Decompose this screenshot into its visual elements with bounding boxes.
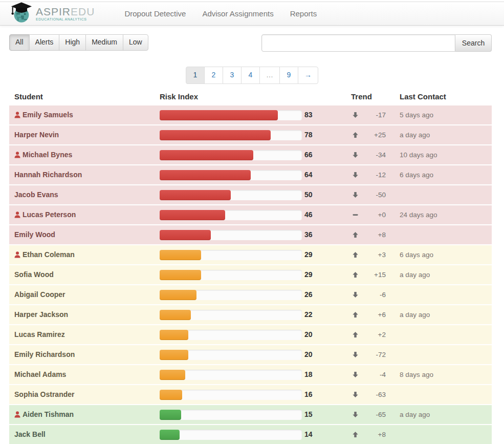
page-1[interactable]: 1 [186,67,205,84]
brand-tagline: EDUCATIONAL ANALYTICS [36,17,95,21]
flagged-student-icon [14,251,20,258]
table-row[interactable]: Sophia Ostrander 16 -63 [9,384,492,404]
nav-item-reports[interactable]: Reports [282,2,325,25]
student-cell: Emily Samuels [14,105,73,124]
last-contact: 24 days ago [400,205,437,224]
student-name[interactable]: Lucas Ramirez [14,330,65,339]
flagged-student-icon [14,411,20,418]
column-header-trend: Trend [351,92,372,101]
table-row[interactable]: Emily Samuels 83 -17 5 days ago [9,105,492,124]
table-row[interactable]: Lucas Peterson 46 +0 24 days ago [9,204,492,224]
risk-value: 66 [304,145,321,164]
risk-value: 29 [304,245,321,264]
filter-button-all[interactable]: All [9,34,30,51]
table-row[interactable]: Abigail Cooper 26 -6 [9,284,492,304]
student-name[interactable]: Harper Jackson [14,310,68,319]
risk-value: 64 [304,165,321,184]
page-next-arrow[interactable]: → [298,67,318,84]
student-cell: Jacob Evans [14,185,58,204]
risk-bar-track [160,190,302,200]
student-name[interactable]: Abigail Cooper [14,290,65,299]
student-name[interactable]: Ethan Coleman [23,250,75,259]
filter-button-low[interactable]: Low [123,34,148,51]
page-9[interactable]: 9 [279,67,298,84]
table-row[interactable]: Ethan Coleman 29 +3 6 days ago [9,244,492,264]
student-name[interactable]: Sofia Wood [14,270,54,279]
student-cell: Abigail Cooper [14,285,65,304]
nav-item-advisor-assignments[interactable]: Advisor Assignments [194,2,281,25]
filter-button-high[interactable]: High [59,34,86,51]
students-table: Student Risk Index Trend Last Contact Em… [0,90,504,444]
last-contact: 10 days ago [400,145,437,164]
trend-down-icon [352,371,359,378]
student-name[interactable]: Lucas Peterson [23,210,76,219]
brand-logo-link[interactable]: ASPIREDU EDUCATIONAL ANALYTICS [9,3,95,25]
student-name[interactable]: Michael Adams [14,370,66,378]
filter-button-alerts[interactable]: Alerts [29,34,60,51]
risk-bar-fill [160,410,181,420]
risk-value: 26 [304,285,321,304]
table-row[interactable]: Michael Adams 18 -4 8 days ago [9,364,492,384]
trend-cell [351,245,359,264]
table-row[interactable]: Harper Jackson 22 +6 a day ago [9,304,492,324]
risk-bar-track [160,290,302,300]
table-row[interactable]: Hannah Richardson 64 -12 6 days ago [9,164,492,184]
brand-name-secondary: EDU [71,6,95,17]
student-name[interactable]: Jack Bell [14,430,46,438]
student-name[interactable]: Harper Nevin [14,131,59,139]
brand-text: ASPIREDU EDUCATIONAL ANALYTICS [36,6,95,21]
risk-bar-fill [160,330,188,340]
trend-value: -72 [362,345,386,364]
table-row[interactable]: Jacob Evans 50 -50 [9,184,492,204]
table-row[interactable]: Lucas Ramirez 20 +2 [9,324,492,344]
table-row[interactable]: Emily Wood 36 +8 [9,224,492,244]
risk-bar-track [160,370,302,380]
student-name[interactable]: Emily Samuels [23,111,73,119]
last-contact: 5 days ago [400,105,433,124]
page-3[interactable]: 3 [223,67,242,84]
student-cell: Sofia Wood [14,265,54,284]
student-cell: Michael Adams [14,365,66,384]
student-name[interactable]: Aiden Tishman [23,410,74,418]
search-input[interactable] [261,34,455,52]
student-name[interactable]: Emily Richardson [14,350,75,358]
student-name[interactable]: Emily Wood [14,230,55,239]
risk-value: 16 [304,385,321,404]
trend-value: +8 [362,225,386,244]
trend-flat-icon [352,212,359,218]
student-name[interactable]: Michael Bynes [23,151,72,159]
last-contact: 6 days ago [400,165,433,184]
trend-value: +15 [362,265,386,284]
search-button[interactable]: Search [455,34,492,52]
trend-value: -17 [362,105,386,124]
trend-value: -63 [362,385,386,404]
risk-bar-track [160,150,302,160]
table-row[interactable]: Emily Richardson 20 -72 [9,344,492,364]
risk-bar-fill [160,110,278,120]
student-name[interactable]: Sophia Ostrander [14,390,74,398]
table-row[interactable]: Sofia Wood 29 +15 a day ago [9,264,492,284]
trend-value: -4 [362,365,386,384]
student-name[interactable]: Jacob Evans [14,191,58,199]
trend-cell [351,105,359,124]
table-row[interactable]: Harper Nevin 78 +25 a day ago [9,124,492,144]
risk-bar-track [160,310,302,320]
page-4[interactable]: 4 [241,67,260,84]
risk-value: 20 [304,325,321,344]
page-2[interactable]: 2 [204,67,223,84]
table-row[interactable]: Michael Bynes 66 -34 10 days ago [9,144,492,164]
nav-item-dropout-detective[interactable]: Dropout Detective [116,2,194,25]
table-row[interactable]: Jack Bell 14 +8 [9,424,492,444]
last-contact: a day ago [400,305,430,324]
student-cell: Jack Bell [14,425,46,444]
top-navbar: ASPIREDU EDUCATIONAL ANALYTICS Dropout D… [0,2,504,26]
page-ellipsis: … [259,67,280,84]
risk-value: 83 [304,105,321,124]
student-name[interactable]: Hannah Richardson [14,171,82,179]
filter-button-medium[interactable]: Medium [85,34,123,51]
table-row[interactable]: Aiden Tishman 15 -65 a day ago [9,404,492,424]
risk-bar-fill [160,250,201,260]
trend-cell [351,225,359,244]
column-header-last-contact: Last Contact [400,92,446,101]
risk-value: 14 [304,425,321,444]
